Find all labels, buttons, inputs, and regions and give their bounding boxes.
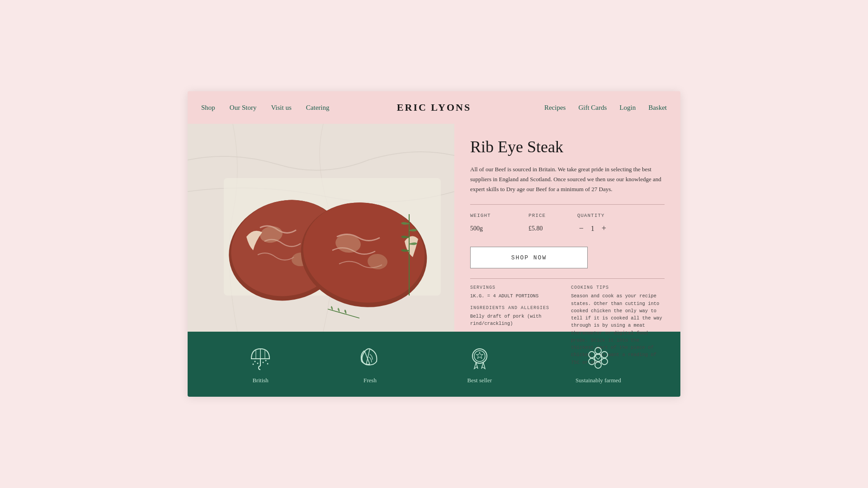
- nav-our-story[interactable]: Our Story: [230, 104, 257, 112]
- servings-label: SERVINGS: [470, 285, 564, 290]
- svg-point-18: [263, 362, 264, 363]
- quantity-decrease-button[interactable]: −: [577, 224, 585, 233]
- svg-point-17: [257, 363, 259, 364]
- svg-point-20: [253, 364, 254, 365]
- svg-point-24: [472, 349, 487, 363]
- product-image: [188, 124, 454, 332]
- navigation: Shop Our Story Visit us Catering ERIC LY…: [188, 91, 680, 124]
- leaf-icon: [356, 344, 383, 371]
- svg-point-29: [601, 358, 608, 365]
- fresh-label: Fresh: [363, 377, 377, 384]
- product-title: Rib Eye Steak: [470, 137, 665, 156]
- product-details: Rib Eye Steak All of our Beef is sourced…: [454, 124, 680, 332]
- svg-point-16: [255, 361, 256, 362]
- ingredients-label: INGREDIENTS AND ALLERGIES: [470, 305, 564, 310]
- nav-basket[interactable]: Basket: [648, 104, 667, 112]
- svg-point-28: [601, 352, 608, 358]
- svg-point-21: [267, 363, 269, 365]
- quantity-header: QUANTITY: [577, 211, 665, 220]
- quantity-control: − 1 +: [577, 224, 665, 233]
- main-content: Rib Eye Steak All of our Beef is sourced…: [188, 124, 680, 332]
- footer-item-fresh: Fresh: [356, 344, 383, 384]
- weight-value: 500g: [470, 220, 528, 237]
- footer-item-best-seller: Best seller: [466, 344, 493, 384]
- nav-visit-us[interactable]: Visit us: [271, 104, 291, 112]
- nav-shop[interactable]: Shop: [201, 104, 215, 112]
- sustainably-farmed-label: Sustainably farmed: [576, 377, 621, 384]
- svg-point-32: [589, 352, 595, 358]
- brand-logo[interactable]: ERIC LYONS: [397, 102, 471, 113]
- svg-point-19: [265, 360, 267, 361]
- nav-recipes[interactable]: Recipes: [544, 104, 566, 112]
- product-description: All of our Beef is sourced in Britain. W…: [470, 164, 665, 194]
- info-grid: SERVINGS 1K.G. = 4 ADULT PORTIONS INGRED…: [470, 278, 665, 366]
- svg-point-30: [595, 362, 601, 368]
- svg-point-27: [595, 347, 601, 354]
- divider-1: [470, 204, 665, 205]
- heart-flower-icon: [585, 344, 612, 371]
- shop-now-button[interactable]: SHOP NOW: [470, 247, 588, 268]
- footer-item-british: British: [247, 344, 274, 384]
- svg-point-31: [589, 358, 595, 365]
- footer-item-sustainably-farmed: Sustainably farmed: [576, 344, 621, 384]
- weight-header: WEIGHT: [470, 211, 528, 220]
- page-wrapper: Shop Our Story Visit us Catering ERIC LY…: [188, 91, 680, 397]
- price-value: £5.80: [528, 220, 577, 237]
- best-seller-label: Best seller: [467, 377, 492, 384]
- servings-text: 1K.G. = 4 ADULT PORTIONS: [470, 292, 564, 300]
- nav-catering[interactable]: Catering: [306, 104, 330, 112]
- quantity-value: 1: [591, 225, 594, 233]
- svg-marker-26: [476, 352, 483, 359]
- ingredients-text: Belly draft of pork (with rind/crackling…: [470, 313, 564, 328]
- award-icon: [466, 344, 493, 371]
- umbrella-icon: [247, 344, 274, 371]
- nav-gift-cards[interactable]: Gift Cards: [578, 104, 607, 112]
- british-label: British: [252, 377, 268, 384]
- price-header: PRICE: [528, 211, 577, 220]
- quantity-increase-button[interactable]: +: [600, 224, 608, 233]
- product-table: WEIGHT PRICE QUANTITY 500g £5.80 − 1: [470, 211, 665, 237]
- cooking-tips-label: COOKING TIPS: [571, 285, 665, 290]
- nav-login[interactable]: Login: [619, 104, 636, 112]
